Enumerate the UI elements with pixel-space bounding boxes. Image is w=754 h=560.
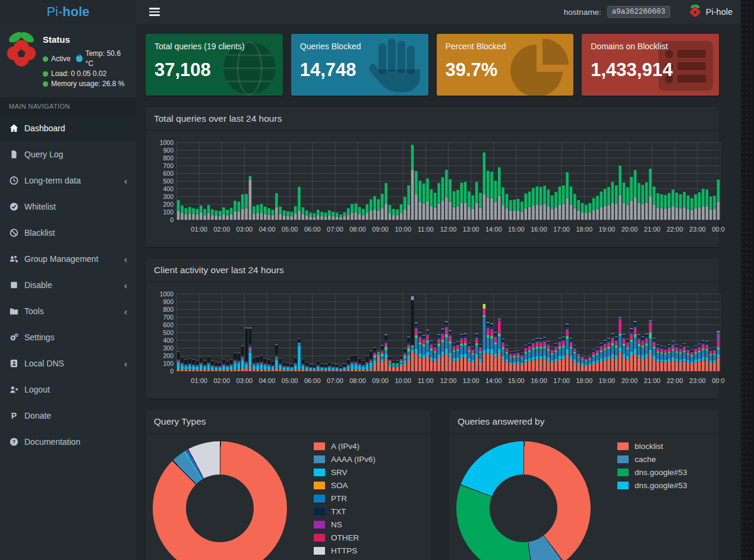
query-types-title: Query Types — [146, 410, 431, 434]
raspberry-logo-icon — [5, 31, 38, 89]
legend-item-soa[interactable]: SOA — [314, 481, 376, 490]
svg-text:14:00: 14:00 — [485, 226, 502, 233]
sidebar-item-local-dns[interactable]: Local DNS‹ — [0, 350, 136, 377]
query-types-donut-chart — [153, 441, 287, 560]
svg-text:400: 400 — [163, 337, 173, 344]
sidebar-item-tools[interactable]: Tools‹ — [0, 298, 136, 324]
folder-icon — [9, 306, 19, 316]
legend-item-cache[interactable]: cache — [617, 455, 687, 464]
svg-text:800: 800 — [163, 154, 173, 162]
client-activity-panel: Client activity over last 24 hours 01002… — [146, 258, 719, 398]
legend-item-srv[interactable]: SRV — [314, 468, 376, 477]
legend-item-https[interactable]: HTTPS — [314, 546, 376, 555]
brand-name: Pi-hole — [706, 7, 733, 17]
svg-text:0: 0 — [170, 216, 173, 223]
svg-text:05:00: 05:00 — [282, 377, 298, 384]
svg-text:900: 900 — [163, 147, 173, 154]
status-title: Status — [43, 34, 130, 45]
legend-item-txt[interactable]: TXT — [314, 507, 376, 516]
svg-text:09:00: 09:00 — [372, 377, 389, 384]
legend-item-a-ipv4-[interactable]: A (IPv4) — [314, 442, 376, 451]
card-value: 37,108 — [154, 59, 274, 81]
legend-label: A (IPv4) — [331, 442, 359, 451]
svg-text:17:00: 17:00 — [553, 226, 570, 233]
svg-text:12:00: 12:00 — [440, 226, 457, 233]
card-title: Queries Blocked — [300, 42, 419, 51]
legend-item-ptr[interactable]: PTR — [314, 494, 376, 503]
svg-text:23:00: 23:00 — [689, 226, 706, 233]
stop-icon — [9, 280, 19, 290]
user-logout-icon — [9, 385, 19, 394]
svg-text:10:00: 10:00 — [395, 377, 411, 384]
sidebar-item-disable[interactable]: Disable‹ — [0, 272, 136, 298]
legend-item-blocklist[interactable]: blocklist — [617, 442, 687, 451]
svg-text:18:00: 18:00 — [576, 226, 592, 233]
logo-text-pi: Pi- — [46, 4, 62, 20]
legend-color-swatch — [314, 508, 325, 515]
legend-item-ns[interactable]: NS — [314, 520, 376, 529]
svg-text:16:00: 16:00 — [531, 226, 547, 233]
svg-text:500: 500 — [163, 178, 173, 185]
sidebar-item-blacklist[interactable]: Blacklist — [0, 220, 136, 246]
sidebar-item-query-log[interactable]: Query Log — [0, 141, 136, 167]
total-queries-title: Total queries over last 24 hours — [146, 107, 719, 131]
svg-text:08:00: 08:00 — [349, 377, 366, 384]
svg-text:100: 100 — [163, 208, 173, 216]
sidebar-item-label: Settings — [24, 333, 55, 342]
svg-text:100: 100 — [163, 360, 173, 367]
svg-text:700: 700 — [163, 314, 173, 321]
svg-text:20:00: 20:00 — [622, 226, 638, 233]
status-load-dot-icon — [43, 71, 48, 77]
sidebar-item-dashboard[interactable]: Dashboard — [0, 115, 136, 141]
svg-text:05:00: 05:00 — [282, 226, 298, 233]
svg-text:700: 700 — [163, 162, 173, 169]
sidebar-item-documentation[interactable]: ?Documentation — [0, 429, 136, 455]
sidebar-item-whitelist[interactable]: Whitelist — [0, 194, 136, 220]
top-header: Pi-hole hostname: a9a362260603 Pi-hole — [0, 0, 741, 24]
client_activity-svg: 0100200300400500600700800900100001:0002:… — [153, 289, 725, 390]
svg-text:13:00: 13:00 — [463, 226, 479, 233]
legend-label: blocklist — [635, 442, 663, 451]
main-navigation-label: MAIN NAVIGATION — [0, 97, 136, 115]
status-memory-dot-icon — [43, 81, 48, 87]
sidebar-item-logout[interactable]: Logout — [0, 377, 136, 403]
status-load: Load: 0 0.05 0.02 — [51, 69, 106, 79]
file-icon — [9, 150, 19, 159]
sidebar-item-settings[interactable]: Settings — [0, 324, 136, 350]
sidebar-item-label: Documentation — [24, 437, 80, 447]
address-book-icon — [9, 359, 19, 368]
svg-text:1000: 1000 — [160, 139, 174, 146]
legend-item-dns-google#53[interactable]: dns.google#53 — [617, 468, 687, 477]
svg-text:02:00: 02:00 — [213, 226, 230, 233]
legend-item-dns-google#53[interactable]: dns.google#53 — [617, 481, 687, 490]
legend-color-swatch — [617, 455, 629, 463]
legend-color-swatch — [314, 455, 325, 463]
summary-cards: Total queries (19 clients)37,108Queries … — [146, 34, 719, 96]
sidebar-item-long-term-data[interactable]: Long-term data‹ — [0, 167, 136, 194]
check-circle-icon — [9, 202, 19, 211]
sidebar-item-label: Whitelist — [24, 202, 56, 211]
legend-item-aaaa-ipv6-[interactable]: AAAA (IPv6) — [314, 455, 376, 464]
card-title: Domains on Blocklist — [591, 42, 710, 51]
summary-card-2: Queries Blocked14,748 — [291, 34, 428, 96]
sidebar-item-label: Disable — [24, 280, 52, 290]
svg-text:900: 900 — [163, 298, 173, 305]
legend-item-other[interactable]: OTHER — [314, 533, 376, 542]
total-queries-panel: Total queries over last 24 hours 0100200… — [146, 107, 719, 247]
logo-link[interactable]: Pi-hole — [0, 0, 136, 24]
hamburger-menu-icon[interactable] — [146, 4, 163, 20]
raspberry-icon — [689, 4, 701, 20]
legend-color-swatch — [314, 469, 325, 476]
sidebar-item-donate[interactable]: PDonate — [0, 403, 136, 429]
legend-label: PTR — [331, 494, 347, 503]
legend-color-swatch — [314, 534, 325, 542]
sidebar-item-group-management[interactable]: Group Management‹ — [0, 246, 136, 272]
svg-text:300: 300 — [163, 344, 173, 352]
svg-text:10:00: 10:00 — [395, 226, 411, 233]
svg-text:17:00: 17:00 — [553, 377, 570, 384]
card-title: Percent Blocked — [446, 42, 565, 51]
legend-color-swatch — [314, 547, 325, 555]
logo-text-hole: hole — [62, 4, 89, 20]
svg-text:16:00: 16:00 — [531, 377, 547, 384]
legend-color-swatch — [314, 482, 325, 489]
